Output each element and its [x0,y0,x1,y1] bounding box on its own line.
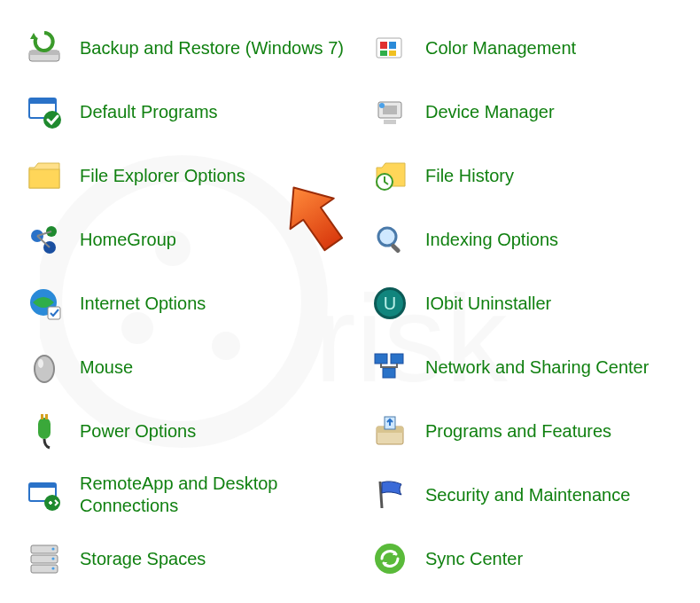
svg-rect-23 [41,414,43,419]
security-flag-icon [370,475,409,514]
control-panel-item-label: Default Programs [80,101,218,123]
device-manager-icon [370,92,409,131]
control-panel-item-backup-restore[interactable]: Backup and Restore (Windows 7) [25,16,344,80]
indexing-icon [370,220,409,259]
control-panel-item-label: HomeGroup [80,229,176,251]
control-panel-item-label: Sync Center [425,548,523,570]
control-panel-item-label: Network and Sharing Center [425,356,649,379]
svg-point-42 [379,103,385,108]
svg-point-31 [51,547,54,550]
svg-point-20 [38,359,43,368]
svg-rect-17 [48,307,60,319]
svg-point-19 [35,356,53,381]
svg-point-9 [43,111,61,129]
control-panel-item-label: Internet Options [80,293,206,315]
control-panel-item-label: Indexing Options [425,229,558,251]
storage-icon [25,539,64,578]
control-panel-item-sync-center[interactable]: Sync Center [370,527,689,591]
power-options-icon [25,411,64,450]
control-panel-item-color-management[interactable]: Color Management [370,16,689,80]
svg-rect-49 [375,354,387,364]
control-panel-item-label: Mouse [80,356,133,379]
control-panel-item-label: Device Manager [425,101,555,123]
svg-point-44 [378,228,396,246]
svg-rect-37 [380,51,387,56]
svg-rect-26 [29,483,56,488]
svg-rect-45 [390,243,401,254]
svg-rect-40 [383,106,397,114]
control-panel-item-default-programs[interactable]: Default Programs [25,80,344,144]
backup-restore-icon [25,28,64,67]
svg-point-32 [51,557,54,560]
mouse-icon [25,348,64,387]
control-panel-item-internet-options[interactable]: Internet Options [25,271,344,335]
control-panel-grid: Backup and Restore (Windows 7) Default P… [25,16,691,591]
control-panel-item-label: IObit Uninstaller [425,293,551,315]
control-panel-item-mouse[interactable]: Mouse [25,335,344,399]
svg-rect-50 [391,354,403,364]
sync-center-icon [370,539,409,578]
control-panel-item-label: Power Options [80,420,196,442]
control-panel-item-label: Storage Spaces [80,548,206,570]
control-panel-item-network-sharing[interactable]: Network and Sharing Center [370,335,689,399]
svg-rect-8 [29,98,56,104]
control-panel-item-power-options[interactable]: Power Options [25,399,344,463]
control-panel-item-indexing-options[interactable]: Indexing Options [370,208,689,271]
control-panel-item-programs-features[interactable]: Programs and Features [370,399,689,463]
network-sharing-icon [370,348,409,387]
control-panel-item-remoteapp[interactable]: RemoteApp and Desktop Connections [25,463,344,527]
default-programs-icon [25,92,64,131]
svg-rect-10 [29,169,59,188]
control-panel-item-label: Security and Maintenance [425,484,630,506]
control-panel-item-label: Color Management [425,37,576,59]
iobit-icon: U [370,284,409,323]
control-panel-item-label: Programs and Features [425,420,611,442]
svg-rect-51 [383,368,395,378]
control-panel-item-iobit-uninstaller[interactable]: U IObit Uninstaller [370,271,689,335]
color-management-icon [370,28,409,67]
programs-features-icon [370,411,409,450]
control-panel-item-storage-spaces[interactable]: Storage Spaces [25,527,344,591]
folder-icon [25,156,64,195]
svg-rect-21 [38,418,51,439]
internet-options-icon [25,284,64,323]
control-panel-item-file-history[interactable]: File History [370,144,689,208]
control-panel-item-label: RemoteApp and Desktop Connections [80,473,344,517]
svg-rect-24 [45,414,48,419]
homegroup-icon [25,220,64,259]
svg-rect-41 [384,120,396,124]
control-panel-item-label: File Explorer Options [80,165,245,187]
control-panel-item-homegroup[interactable]: HomeGroup [25,208,344,271]
file-history-icon [370,156,409,195]
control-panel-item-label: File History [425,165,514,187]
svg-text:U: U [384,294,396,313]
remoteapp-icon [25,475,64,514]
svg-point-33 [51,567,54,569]
control-panel-item-label: Backup and Restore (Windows 7) [80,37,344,59]
control-panel-item-security-maintenance[interactable]: Security and Maintenance [370,463,689,527]
control-panel-item-file-explorer-options[interactable]: File Explorer Options [25,144,344,208]
control-panel-item-device-manager[interactable]: Device Manager [370,80,689,144]
svg-rect-35 [380,42,387,49]
svg-point-55 [375,544,405,574]
svg-rect-38 [389,51,396,56]
svg-rect-36 [389,42,396,49]
